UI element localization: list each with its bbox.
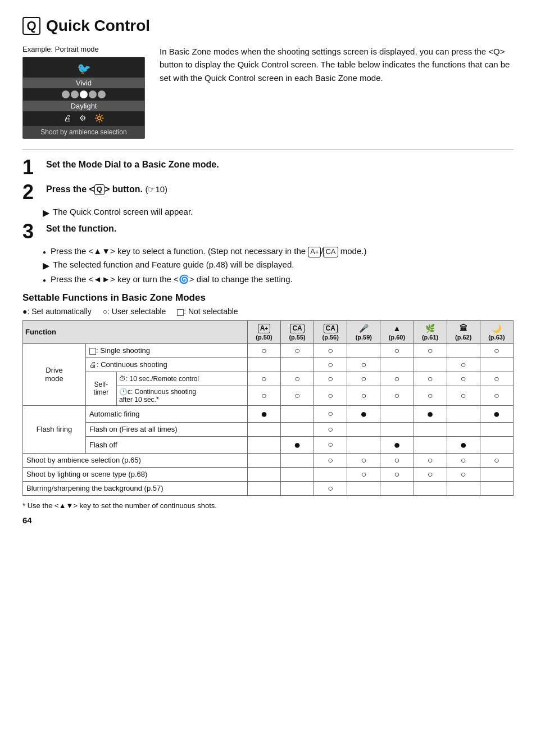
drive-mode-cat: Drivemode bbox=[23, 343, 86, 405]
r7c2: ● bbox=[281, 436, 314, 453]
legend-spacer bbox=[95, 307, 99, 316]
r10c7 bbox=[447, 481, 480, 495]
r2c2 bbox=[281, 357, 314, 372]
r8c2 bbox=[281, 453, 314, 467]
table-header-row: Function A+ (p.50) CA (p.55) CA (p.56) 🎤… bbox=[23, 321, 514, 343]
ca-icon: CA bbox=[323, 247, 338, 257]
tone-bar bbox=[23, 90, 144, 98]
flash-firing-cat: Flash firing bbox=[23, 405, 86, 453]
legend: ●: Set automatically ○: User selectable … bbox=[22, 307, 514, 316]
mic-page: (p.59) bbox=[356, 334, 372, 341]
r8c8: ○ bbox=[480, 453, 513, 467]
r8c5: ○ bbox=[380, 453, 414, 467]
tone-dot-5 bbox=[98, 90, 106, 98]
legend-dot: ●: Set automatically bbox=[22, 307, 92, 316]
table-row: Shoot by lighting or scene type (p.68) ○… bbox=[23, 467, 514, 481]
step-2-sub: (☞10) bbox=[145, 184, 167, 194]
r4c6: ○ bbox=[414, 386, 447, 405]
ca-header-icon: CA bbox=[316, 323, 344, 333]
a-plus-icon: A+ bbox=[308, 247, 321, 257]
r4c7: ○ bbox=[447, 386, 480, 405]
col-header-7: 🏛 (p.62) bbox=[447, 321, 480, 343]
plant-header-icon: 🌿 bbox=[416, 323, 444, 333]
r4c2: ○ bbox=[281, 386, 314, 405]
col-header-4: 🎤 (p.59) bbox=[347, 321, 380, 343]
camera-bottom-bar: Shoot by ambience selection bbox=[23, 126, 144, 138]
r6c6 bbox=[414, 422, 447, 436]
step-2: 2 Press the <Q> button. (☞10) bbox=[22, 182, 514, 202]
col-header-3: CA (p.56) bbox=[314, 321, 347, 343]
r10c2 bbox=[281, 481, 314, 495]
legend-square: : Not selectable bbox=[177, 307, 238, 316]
r7c5: ● bbox=[380, 436, 414, 453]
a-plus-page: (p.50) bbox=[256, 334, 272, 341]
r1c6: ○ bbox=[414, 343, 447, 357]
r9c7: ○ bbox=[447, 467, 480, 481]
moon-header-icon: 🌙 bbox=[483, 323, 511, 333]
step-3-bullet-2-text: Press the <◄►> key or turn the <🌀> dial … bbox=[51, 274, 293, 284]
tone-dot-4 bbox=[89, 90, 97, 98]
table-row: Shoot by ambience selection (p.65) ○ ○ ○… bbox=[23, 453, 514, 467]
mountain-header-icon: ▲ bbox=[383, 323, 411, 333]
table-row: Drivemode : Single shooting ○ ○ ○ ○ ○ ○ bbox=[23, 343, 514, 357]
ca-page: (p.56) bbox=[322, 334, 339, 341]
table-row: Flash on (Fires at all times) ○ bbox=[23, 422, 514, 436]
r5c1: ● bbox=[247, 405, 280, 422]
description-text: In Basic Zone modes when the shooting se… bbox=[160, 45, 514, 139]
top-section: Example: Portrait mode 🐦 Vivid Daylight … bbox=[22, 45, 514, 139]
col-header-2: CA (p.55) bbox=[281, 321, 314, 343]
r1c8: ○ bbox=[480, 343, 513, 357]
r2c6 bbox=[414, 357, 447, 372]
r5c6: ● bbox=[414, 405, 447, 422]
r5c3: ○ bbox=[314, 405, 347, 422]
building-header-icon: 🏛 bbox=[449, 323, 478, 333]
r5c5 bbox=[380, 405, 414, 422]
page-number: 64 bbox=[22, 515, 514, 525]
r4c8: ○ bbox=[480, 386, 513, 405]
blurring-label: Blurring/sharpening the background (p.57… bbox=[23, 481, 248, 495]
table-row: Self-timer ⏱: 10 sec./Remote control ○ ○… bbox=[23, 372, 514, 386]
step-1-number: 1 bbox=[22, 157, 43, 178]
ten-sec-label: ⏱: 10 sec./Remote control bbox=[116, 372, 247, 386]
r2c5 bbox=[380, 357, 414, 372]
r7c3: ○ bbox=[314, 436, 347, 453]
col-header-5: ▲ (p.60) bbox=[380, 321, 414, 343]
r10c6 bbox=[414, 481, 447, 495]
step-2-content: Press the <Q> button. (☞10) bbox=[46, 182, 167, 196]
r6c5 bbox=[380, 422, 414, 436]
bird-icon: 🐦 bbox=[77, 62, 91, 75]
tone-dot-1 bbox=[62, 90, 70, 98]
r7c8 bbox=[480, 436, 513, 453]
r10c5 bbox=[380, 481, 414, 495]
function-col-header: Function bbox=[23, 321, 248, 343]
r2c7: ○ bbox=[447, 357, 480, 372]
ambience-label: Shoot by ambience selection (p.65) bbox=[23, 453, 248, 467]
ca2-header-icon: CA bbox=[283, 323, 311, 333]
r5c8: ● bbox=[480, 405, 513, 422]
plant-page: (p.61) bbox=[422, 334, 438, 341]
r8c7: ○ bbox=[447, 453, 480, 467]
r3c8: ○ bbox=[480, 372, 513, 386]
r4c1: ○ bbox=[247, 386, 280, 405]
tone-dot-2 bbox=[71, 90, 79, 98]
single-shooting-label: : Single shooting bbox=[85, 343, 247, 357]
step-1: 1 Set the Mode Dial to a Basic Zone mode… bbox=[22, 157, 514, 178]
r9c4: ○ bbox=[347, 467, 380, 481]
table-row: Flash firing Automatic firing ● ○ ● ● ● bbox=[23, 405, 514, 422]
table-row: 🖨: Continuous shooting ○ ○ ○ bbox=[23, 357, 514, 372]
r9c8 bbox=[480, 467, 513, 481]
continuous-after-label: 🕐c: Continuous shootingafter 10 sec.* bbox=[116, 386, 247, 405]
moon-page: (p.63) bbox=[488, 334, 505, 341]
r6c8 bbox=[480, 422, 513, 436]
r3c1: ○ bbox=[247, 372, 280, 386]
col-header-1: A+ (p.50) bbox=[247, 321, 280, 343]
r6c4 bbox=[347, 422, 380, 436]
r8c1 bbox=[247, 453, 280, 467]
a-plus-header-icon: A+ bbox=[250, 323, 278, 333]
lighting-label: Shoot by lighting or scene type (p.68) bbox=[23, 467, 248, 481]
r9c3 bbox=[314, 467, 347, 481]
mountain-page: (p.60) bbox=[389, 334, 405, 341]
r2c8 bbox=[480, 357, 513, 372]
r1c7 bbox=[447, 343, 480, 357]
r8c6: ○ bbox=[414, 453, 447, 467]
